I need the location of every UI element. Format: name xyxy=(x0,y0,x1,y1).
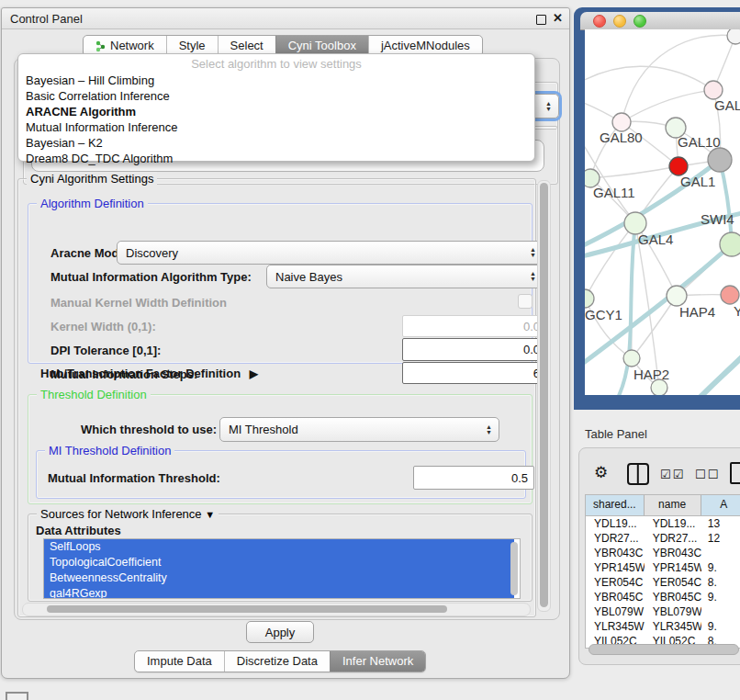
column-header-shared-name[interactable]: shared... xyxy=(586,495,645,515)
table-row[interactable]: YPR145WYPR145W9. xyxy=(586,560,740,575)
node-salmon[interactable] xyxy=(721,286,739,304)
mi-threshold-field[interactable]: 0.5 xyxy=(413,466,534,490)
manual-kernel-width-checkbox[interactable] xyxy=(518,294,533,309)
node-label: HAP4 xyxy=(679,304,715,320)
manual-kernel-width-label: Manual Kernel Width Definition xyxy=(50,296,227,310)
mi-threshold-label: Mutual Information Threshold: xyxy=(48,471,220,485)
column-header-partial[interactable]: A xyxy=(701,495,740,515)
node-gal80[interactable] xyxy=(612,113,631,131)
dropdown-item[interactable]: Bayesian – Hill Climbing xyxy=(18,73,534,88)
table-panel-card: ⚙ ☑☑ ☐☐ shared... name A YDL19...YDL19..… xyxy=(578,447,740,665)
node-label: GAL1 xyxy=(680,174,715,189)
close-icon[interactable]: ✕ xyxy=(553,11,563,25)
mi-threshold-group-title: MI Threshold Definition xyxy=(45,444,174,457)
data-attributes-label: Data Attributes xyxy=(36,524,121,537)
table-row[interactable]: YBR043CYBR043C xyxy=(586,546,740,560)
mi-algorithm-type-combo[interactable]: Naive Bayes ▲▼ xyxy=(266,265,544,288)
list-item[interactable]: TopologicalCoefficient xyxy=(44,555,514,570)
which-threshold-label: Which threshold to use: xyxy=(81,423,217,436)
sources-group: Sources for Network Inference ▼ Data Att… xyxy=(28,514,533,602)
threshold-definition-group: Threshold Definition Which threshold to … xyxy=(28,394,533,504)
network-canvas[interactable]: GAL GAL80 GAL10 GAL1 GAL11 GAL4 SWI4 GCY… xyxy=(585,29,740,395)
mi-algorithm-type-label: Mutual Information Algorithm Type: xyxy=(50,270,252,284)
node-labels: GAL GAL80 GAL10 GAL1 GAL11 GAL4 SWI4 GCY… xyxy=(585,97,740,382)
node-hap4[interactable] xyxy=(667,286,687,306)
list-item[interactable]: gal4RGexp xyxy=(44,586,514,599)
node-label: GCY1 xyxy=(585,307,622,322)
tab-infer-network[interactable]: Infer Network xyxy=(330,651,425,672)
table-row[interactable]: YBR045CYBR045C9. xyxy=(586,590,740,604)
node-label: Y xyxy=(734,303,740,319)
node-gal2[interactable] xyxy=(704,81,723,99)
table-header-row: shared... name A xyxy=(586,495,740,516)
list-scrollbar[interactable] xyxy=(510,542,518,595)
node-gal1[interactable] xyxy=(669,157,688,175)
node-partial-top[interactable] xyxy=(727,29,740,44)
table-row[interactable]: YBL079WYBL079W xyxy=(586,604,740,619)
settings-group-title: Cyni Algorithm Settings xyxy=(27,172,157,186)
bottom-tabbar: Impute Data Discretize Data Infer Networ… xyxy=(134,650,426,672)
split-columns-icon[interactable] xyxy=(627,463,649,485)
network-view-window: GAL GAL80 GAL10 GAL1 GAL11 GAL4 SWI4 GCY… xyxy=(574,7,740,410)
hub-definition-toggle[interactable]: Hub/Transcription Factor Definition ▶ xyxy=(40,367,258,380)
expand-right-icon: ▶ xyxy=(250,367,258,380)
tab-discretize-data[interactable]: Discretize Data xyxy=(224,651,330,672)
minimize-traffic-light[interactable] xyxy=(613,15,626,28)
dpi-tolerance-label: DPI Tolerance [0,1]: xyxy=(50,344,161,357)
collapse-down-icon: ▼ xyxy=(205,509,215,520)
node-gcy1[interactable] xyxy=(585,289,594,308)
dropdown-item-aracne[interactable]: ARACNE Algorithm xyxy=(18,104,534,119)
table-row[interactable]: YDR27...YDR27...12 xyxy=(586,531,740,546)
kernel-width-label: Kernel Width (0,1): xyxy=(50,320,156,333)
table-horizontal-scrollbar[interactable] xyxy=(587,643,740,655)
node-table[interactable]: shared... name A YDL19...YDL19...13 YDR2… xyxy=(585,494,740,649)
minimized-panel-icon[interactable] xyxy=(6,692,28,700)
dpi-tolerance-field[interactable]: 0.0 xyxy=(402,338,546,361)
settings-vertical-scrollbar[interactable] xyxy=(537,180,551,612)
dropdown-item[interactable]: Dream8 DC_TDC Algorithm xyxy=(18,151,534,166)
node-hap2[interactable] xyxy=(623,350,640,367)
table-panel-title: Table Panel xyxy=(585,427,647,441)
select-all-checkbox-icon[interactable]: ☑☑ xyxy=(660,468,685,481)
gear-icon[interactable]: ⚙ xyxy=(594,465,608,480)
threshold-definition-title: Threshold Definition xyxy=(37,388,151,401)
combo-arrows-icon: ▲▼ xyxy=(545,101,552,112)
dropdown-item[interactable]: Mutual Information Inference xyxy=(18,119,534,135)
apply-button[interactable]: Apply xyxy=(246,621,314,643)
float-window-icon[interactable] xyxy=(536,15,546,25)
node-label: GAL80 xyxy=(600,130,643,145)
combo-arrows-icon: ▲▼ xyxy=(530,271,536,282)
algorithm-definition-title: Algorithm Definition xyxy=(37,197,148,210)
zoom-traffic-light[interactable] xyxy=(633,15,646,28)
table-row[interactable]: YLR345WYLR345W9. xyxy=(586,619,740,634)
algorithm-dropdown-popup: Select algorithm to view settings Bayesi… xyxy=(17,53,535,162)
node-gray[interactable] xyxy=(708,148,732,172)
dropdown-item[interactable]: Basic Correlation Inference xyxy=(18,88,534,104)
data-attributes-list[interactable]: SelfLoops TopologicalCoefficient Between… xyxy=(43,538,521,599)
tab-impute-data[interactable]: Impute Data xyxy=(135,651,224,672)
node-swi4[interactable] xyxy=(720,232,740,256)
document-icon[interactable] xyxy=(730,462,740,484)
list-item[interactable]: BetweennessCentrality xyxy=(44,570,514,586)
algorithm-definition-group: Algorithm Definition Aracne Mode: Discov… xyxy=(28,203,533,364)
control-panel-window: Control Panel ✕ Network Style Select Cyn… xyxy=(1,7,570,679)
close-traffic-light[interactable] xyxy=(593,15,606,28)
mi-steps-field[interactable]: 6 xyxy=(402,362,546,384)
table-row[interactable]: YDL19...YDL19...13 xyxy=(586,516,740,531)
network-window-titlebar xyxy=(580,12,740,30)
kernel-width-field[interactable]: 0.0 xyxy=(402,315,546,337)
node-label: GAL10 xyxy=(678,134,721,150)
table-row[interactable]: YER054CYER054C8. xyxy=(586,575,740,590)
list-item[interactable]: SelfLoops xyxy=(44,539,514,555)
control-panel-titlebar: Control Panel ✕ xyxy=(2,8,569,29)
settings-horizontal-scrollbar[interactable] xyxy=(22,603,531,616)
node-label: GAL4 xyxy=(638,231,673,247)
aracne-mode-combo[interactable]: Discovery ▲▼ xyxy=(117,241,544,265)
which-threshold-combo[interactable]: MI Threshold ▲▼ xyxy=(219,417,499,442)
deselect-all-checkbox-icon[interactable]: ☐☐ xyxy=(695,468,720,481)
column-header-name[interactable]: name xyxy=(645,495,701,515)
node-label: SWI4 xyxy=(701,211,734,227)
sources-group-title[interactable]: Sources for Network Inference ▼ xyxy=(37,507,219,521)
cyni-algorithm-settings-group: Cyni Algorithm Settings Algorithm Defini… xyxy=(17,178,536,617)
dropdown-item[interactable]: Bayesian – K2 xyxy=(18,135,534,151)
